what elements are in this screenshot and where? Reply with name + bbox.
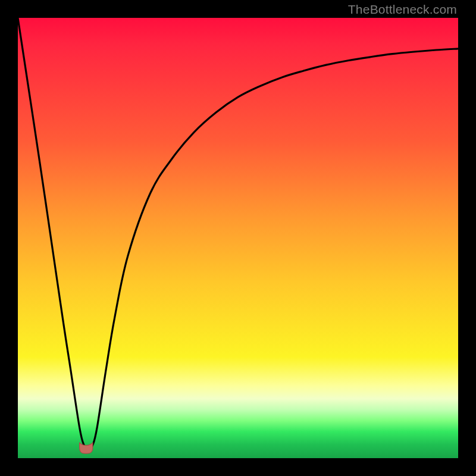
- chart-frame: TheBottleneck.com: [0, 0, 476, 476]
- curve-layer: [18, 18, 458, 458]
- min-marker: [80, 443, 93, 453]
- plot-area: [18, 18, 458, 458]
- bottleneck-curve: [18, 18, 458, 449]
- watermark-text: TheBottleneck.com: [348, 2, 457, 17]
